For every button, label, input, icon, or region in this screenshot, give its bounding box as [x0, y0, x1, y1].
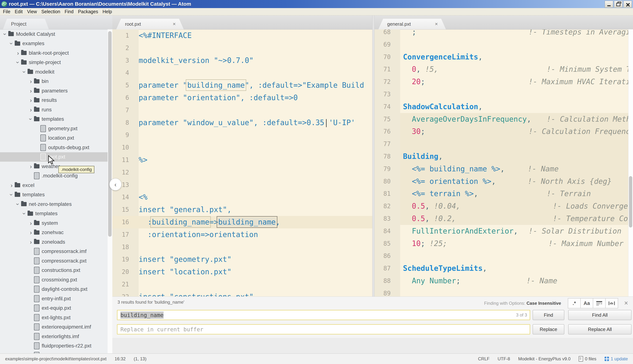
- tree-item-excel[interactable]: ›excel: [0, 180, 112, 190]
- tree-item-ext-equip.pxt[interactable]: ext-equip.pxt: [0, 304, 112, 313]
- editor-root-pxt[interactable]: 1234567891011121314151617181920212223 <%…: [112, 29, 372, 312]
- update-indicator[interactable]: 1 update: [604, 356, 628, 362]
- chevron-down-icon[interactable]: ›: [22, 210, 27, 217]
- tree-item-templates[interactable]: ›templates: [0, 209, 112, 218]
- code-line[interactable]: [139, 141, 372, 154]
- code-line[interactable]: <%= orientation %>,!- North Axis {deg}: [400, 175, 633, 188]
- chevron-down-icon[interactable]: ›: [22, 69, 27, 75]
- pane-divider[interactable]: [372, 16, 374, 312]
- code-line[interactable]: parameter "building_name", :default=>"Ex…: [139, 79, 372, 92]
- tree-item-exteriorequipment.imf[interactable]: exteriorequipment.imf: [0, 322, 112, 332]
- code-line[interactable]: parameter "window_u_value", :default=>0.…: [139, 116, 372, 129]
- chevron-down-icon[interactable]: ›: [15, 59, 21, 66]
- grammar-indicator[interactable]: Modelkit - EnergyPlus v9.0: [518, 356, 570, 362]
- chevron-right-icon[interactable]: ›: [28, 164, 34, 169]
- tree-item-.modelkit-config[interactable]: .modelkit-config: [0, 171, 112, 181]
- code-line[interactable]: 10; !25;!- Maximum Number: [400, 238, 633, 250]
- tree-item-runs[interactable]: ›runs: [0, 105, 112, 114]
- code-line[interactable]: insert "general.pxt",: [139, 204, 372, 216]
- menu-item-help[interactable]: Help: [100, 9, 114, 14]
- line-ending-indicator[interactable]: CRLF: [478, 356, 490, 362]
- tree-item-crossmixing.pxt[interactable]: crossmixing.pxt: [0, 275, 112, 284]
- chevron-right-icon[interactable]: ›: [28, 97, 34, 103]
- code-line[interactable]: 0.5, !0.2,!- Temperature Co: [400, 212, 633, 225]
- chevron-down-icon[interactable]: ›: [2, 31, 8, 37]
- close-button[interactable]: [623, 1, 632, 8]
- tree-item-zoneloads[interactable]: ›zoneloads: [0, 237, 112, 247]
- tab-close-icon[interactable]: ×: [435, 19, 438, 29]
- tree-scrollbar-thumb[interactable]: [108, 31, 112, 237]
- chevron-right-icon[interactable]: ›: [9, 182, 15, 188]
- tree-item-net-zero-templates[interactable]: ›net-zero-templates: [0, 200, 112, 209]
- file-path[interactable]: examples\simple-project\modelkit\templat…: [5, 356, 107, 362]
- regex-option-button[interactable]: .*: [568, 298, 581, 308]
- code-line[interactable]: ScheduleTypeLimits,: [400, 262, 633, 275]
- tree-item-ext-lights.pxt[interactable]: ext-lights.pxt: [0, 313, 112, 322]
- code-line[interactable]: modelkit_version "~>0.7.0": [139, 54, 372, 67]
- tree-item-Modelkit Catalyst[interactable]: ›Modelkit Catalyst: [0, 29, 112, 39]
- replace-all-button[interactable]: Replace All: [568, 324, 631, 334]
- tree-item-simple-project[interactable]: ›simple-project: [0, 58, 112, 67]
- tree-item-compressorrack.imf[interactable]: compressorrack.imf: [0, 247, 112, 256]
- chevron-down-icon[interactable]: ›: [9, 192, 15, 198]
- tree-item-geometry.pxt[interactable]: geometry.pxt: [0, 124, 112, 134]
- chevron-right-icon[interactable]: ›: [28, 78, 34, 84]
- right-vscrollbar-thumb[interactable]: [629, 176, 632, 228]
- code-line[interactable]: <%: [139, 191, 372, 204]
- tab-project[interactable]: Project: [3, 19, 49, 29]
- chevron-right-icon[interactable]: ›: [28, 239, 34, 245]
- tree-collapse-button[interactable]: ‹: [109, 178, 122, 190]
- replace-input[interactable]: Replace in current buffer: [117, 324, 530, 334]
- chevron-right-icon[interactable]: ›: [28, 230, 34, 236]
- menu-item-view[interactable]: View: [25, 9, 39, 14]
- code-line[interactable]: [139, 241, 372, 253]
- whole-word-option-button[interactable]: [605, 298, 618, 308]
- tree-item-outputs-debug.pxt[interactable]: outputs-debug.pxt: [0, 143, 112, 152]
- restore-button[interactable]: [614, 1, 622, 8]
- code-line[interactable]: AverageOverDaysInFrequency,!- Calculatio…: [400, 113, 633, 126]
- menu-item-file[interactable]: File: [1, 9, 13, 14]
- menu-item-edit[interactable]: Edit: [13, 9, 25, 14]
- replace-button[interactable]: Replace: [532, 324, 564, 334]
- find-button[interactable]: Find: [532, 310, 564, 320]
- code-line[interactable]: [139, 278, 372, 290]
- find-panel-close-icon[interactable]: ×: [624, 299, 628, 307]
- tree-item-examples[interactable]: ›examples: [0, 39, 112, 48]
- editor-general-pxt[interactable]: 6869707172737475767778798081828384858687…: [374, 29, 633, 312]
- tree-item-modelkit[interactable]: ›modelkit: [0, 67, 112, 77]
- code-line[interactable]: [139, 166, 372, 179]
- menu-item-selection[interactable]: Selection: [39, 9, 63, 14]
- tab-general-pxt[interactable]: general.pxt ×: [378, 19, 446, 29]
- code-line[interactable]: 30;!- Calculation Frequenc: [400, 125, 633, 138]
- code-line[interactable]: :building_name=>building_name,: [139, 216, 372, 228]
- tree-item-daylight-controls.pxt[interactable]: daylight-controls.pxt: [0, 284, 112, 294]
- code-line[interactable]: [400, 138, 633, 150]
- code-line[interactable]: %>: [139, 154, 372, 166]
- tree-item-constructions.pxt[interactable]: constructions.pxt: [0, 266, 112, 275]
- tree-item-parameters[interactable]: ›parameters: [0, 86, 112, 96]
- code-line[interactable]: Building,: [400, 150, 633, 163]
- code-line[interactable]: [139, 42, 372, 54]
- chevron-right-icon[interactable]: ›: [28, 88, 34, 94]
- minimize-button[interactable]: [605, 1, 613, 8]
- git-files-status[interactable]: 0 files: [579, 356, 596, 362]
- selection-option-button[interactable]: [593, 298, 606, 308]
- code-line[interactable]: 0, !5,!- Minimum System T: [400, 63, 633, 76]
- code-line[interactable]: 0.5, !0.04,!- Loads Converge: [400, 200, 633, 212]
- tree-item-partial[interactable]: [0, 350, 112, 353]
- code-line[interactable]: [139, 104, 372, 116]
- code-line[interactable]: [400, 250, 633, 262]
- chevron-down-icon[interactable]: ›: [28, 116, 34, 122]
- search-input[interactable]: building_name 3 of 3: [117, 310, 530, 320]
- code-line[interactable]: 20;!- Maximum HVAC Iterati: [400, 76, 633, 88]
- code-line[interactable]: Any Number;!- Name: [400, 275, 633, 287]
- case-option-button[interactable]: Aa: [580, 298, 593, 308]
- tree-item-templates[interactable]: ›templates: [0, 190, 112, 200]
- tree-item-fluidproperties-r22.pxt[interactable]: fluidproperties-r22.pxt: [0, 341, 112, 351]
- code-line[interactable]: [400, 38, 633, 51]
- tree-item-exteriorlights.imf[interactable]: exteriorlights.imf: [0, 332, 112, 341]
- code-line[interactable]: parameter "orientation", :default=>0: [139, 92, 372, 104]
- code-line[interactable]: [139, 129, 372, 141]
- tree-item-location.pxt[interactable]: location.pxt: [0, 134, 112, 143]
- chevron-right-icon[interactable]: ›: [28, 107, 34, 113]
